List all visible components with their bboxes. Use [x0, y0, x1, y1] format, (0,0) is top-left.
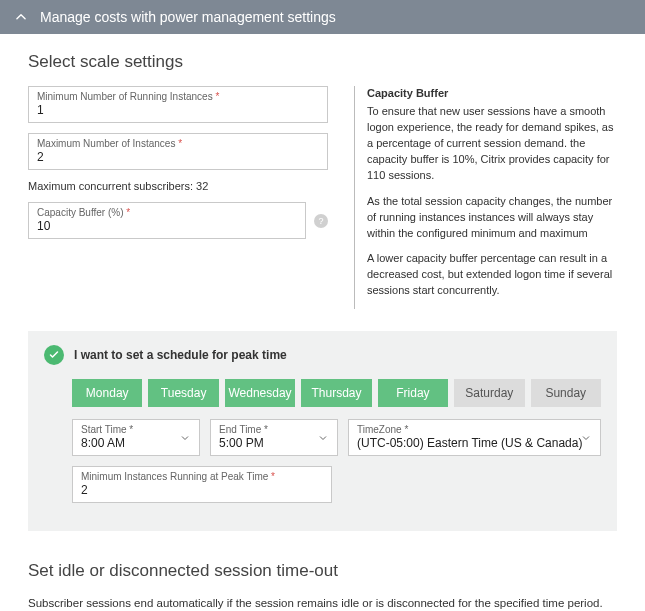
schedule-toggle[interactable] — [44, 345, 64, 365]
required-mark: * — [215, 91, 219, 102]
end-time-field[interactable]: End Time * 5:00 PM — [210, 419, 338, 456]
header-title: Manage costs with power management setti… — [40, 9, 336, 25]
chevron-down-icon — [179, 432, 191, 444]
min-instances-field[interactable]: Minimum Number of Running Instances * 1 — [28, 86, 328, 123]
capacity-help-p1: To ensure that new user sessions have a … — [367, 104, 617, 184]
day-friday[interactable]: Friday — [378, 379, 448, 407]
schedule-toggle-label: I want to set a schedule for peak time — [74, 348, 287, 362]
capacity-help-panel: Capacity Buffer To ensure that new user … — [354, 86, 617, 309]
min-peak-instances-value: 2 — [81, 483, 323, 497]
day-thursday[interactable]: Thursday — [301, 379, 371, 407]
capacity-buffer-value: 10 — [37, 219, 297, 233]
end-time-value: 5:00 PM — [219, 436, 329, 450]
chevron-up-icon — [14, 10, 28, 24]
max-instances-label: Maximum Number of Instances — [37, 138, 175, 149]
check-icon — [48, 349, 60, 361]
capacity-help-p3: A lower capacity buffer percentage can r… — [367, 251, 617, 299]
day-saturday[interactable]: Saturday — [454, 379, 524, 407]
help-icon[interactable]: ? — [314, 214, 328, 228]
idle-description: Subscriber sessions end automatically if… — [28, 595, 617, 611]
max-subscribers-note: Maximum concurrent subscribers: 32 — [28, 180, 328, 192]
max-instances-value: 2 — [37, 150, 319, 164]
idle-heading: Set idle or disconnected session time-ou… — [28, 561, 617, 581]
capacity-buffer-field[interactable]: Capacity Buffer (%) * 10 — [28, 202, 306, 239]
min-instances-label: Minimum Number of Running Instances — [37, 91, 213, 102]
scale-heading: Select scale settings — [28, 52, 617, 72]
start-time-value: 8:00 AM — [81, 436, 191, 450]
capacity-buffer-label: Capacity Buffer (%) — [37, 207, 124, 218]
timezone-field[interactable]: TimeZone * (UTC-05:00) Eastern Time (US … — [348, 419, 601, 456]
day-selector: MondayTuesdayWednesdayThursdayFridaySatu… — [72, 379, 601, 407]
schedule-panel: I want to set a schedule for peak time M… — [28, 331, 617, 531]
min-instances-value: 1 — [37, 103, 319, 117]
day-monday[interactable]: Monday — [72, 379, 142, 407]
min-peak-instances-field[interactable]: Minimum Instances Running at Peak Time *… — [72, 466, 332, 503]
capacity-help-p2: As the total session capacity changes, t… — [367, 194, 617, 242]
day-tuesday[interactable]: Tuesday — [148, 379, 218, 407]
day-wednesday[interactable]: Wednesday — [225, 379, 295, 407]
section-header[interactable]: Manage costs with power management setti… — [0, 0, 645, 34]
capacity-help-title: Capacity Buffer — [367, 86, 617, 102]
day-sunday[interactable]: Sunday — [531, 379, 601, 407]
start-time-field[interactable]: Start Time * 8:00 AM — [72, 419, 200, 456]
max-instances-field[interactable]: Maximum Number of Instances * 2 — [28, 133, 328, 170]
chevron-down-icon — [580, 432, 592, 444]
chevron-down-icon — [317, 432, 329, 444]
timezone-value: (UTC-05:00) Eastern Time (US & Canada) — [357, 436, 592, 450]
